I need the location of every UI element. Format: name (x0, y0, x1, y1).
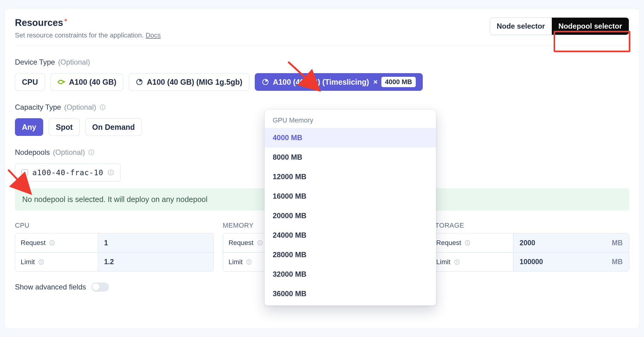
mb-unit: MB (612, 258, 623, 266)
title-text: Resources (15, 17, 63, 28)
gpu-memory-option[interactable]: 16000 MB (265, 186, 436, 206)
svg-point-12 (52, 241, 52, 242)
cpu-column: CPU Request 1 Limit (15, 222, 214, 271)
checkbox-icon[interactable] (21, 169, 28, 176)
gpu-memory-option[interactable]: 8000 MB (265, 147, 436, 167)
advanced-toggle[interactable] (91, 282, 109, 292)
storage-column: STORAGE Request 2000 MB (430, 222, 629, 271)
cpu-limit-value: 1.2 (104, 258, 114, 266)
limit-label-text: Limit (436, 258, 450, 266)
close-icon[interactable]: × (373, 78, 378, 86)
device-type-a100-mig-label: A100 (40 GB) (MIG 1g.5gb) (147, 78, 242, 87)
svg-rect-10 (110, 172, 111, 174)
cpu-title: CPU (15, 222, 214, 229)
storage-request-input[interactable]: 2000 MB (513, 233, 629, 252)
device-type-a100[interactable]: A100 (40 GB) (51, 73, 124, 91)
cpu-request-value: 1 (104, 239, 108, 247)
storage-request-value: 2000 (520, 239, 535, 247)
info-icon[interactable] (257, 239, 263, 246)
mb-unit: MB (612, 239, 623, 247)
nodepools-text: Nodepools (15, 148, 50, 157)
request-label-text: Request (436, 239, 461, 247)
capacity-type-optional: (Optional) (64, 103, 96, 112)
resources-header: Resources * Set resource constraints for… (15, 17, 629, 46)
device-type-optional: (Optional) (58, 58, 90, 66)
limit-label-text: Limit (229, 258, 243, 266)
page-subtitle: Set resource constraints for the applica… (15, 31, 161, 39)
gpu-memory-option[interactable]: 28000 MB (265, 245, 436, 264)
svg-rect-25 (467, 243, 468, 244)
page-title: Resources * (15, 17, 161, 28)
storage-title: STORAGE (430, 222, 629, 229)
svg-rect-13 (52, 243, 52, 244)
advanced-label: Show advanced fields (15, 283, 86, 291)
gpu-memory-dropdown-title: GPU Memory (265, 115, 436, 128)
svg-point-21 (249, 261, 249, 261)
info-icon[interactable] (88, 149, 95, 156)
gpu-fraction-icon (136, 78, 143, 86)
svg-rect-16 (41, 261, 42, 263)
device-type-cpu[interactable]: CPU (15, 73, 45, 91)
gpu-memory-option[interactable]: 4000 MB (265, 128, 436, 147)
selector-toggle: Node selector Nodepool selector (490, 17, 629, 35)
storage-limit-input[interactable]: 100000 MB (513, 253, 629, 271)
storage-request-label: Request (431, 233, 513, 252)
cpu-request-label: Request (15, 233, 98, 252)
subtitle-text: Set resource constraints for the applica… (15, 31, 145, 39)
nvidia-icon (58, 79, 65, 85)
device-type-options: CPU A100 (40 GB) A100 (40 GB) (MIG 1g.5g… (15, 73, 629, 91)
info-icon[interactable] (38, 259, 44, 265)
svg-rect-28 (457, 261, 457, 263)
info-icon[interactable] (246, 259, 252, 265)
gpu-memory-option[interactable]: 32000 MB (265, 264, 436, 284)
storage-request-row: Request 2000 MB (431, 233, 629, 252)
svg-rect-4 (102, 107, 103, 109)
nodepool-name: a100-40-frac-10 (32, 168, 103, 177)
cpu-request-input[interactable]: 1 (98, 233, 213, 252)
cpu-limit-label: Limit (15, 253, 98, 271)
gpu-memory-option[interactable]: 24000 MB (265, 225, 436, 245)
request-label-text: Request (21, 239, 46, 247)
node-selector-tab[interactable]: Node selector (490, 18, 552, 35)
svg-point-27 (457, 261, 457, 261)
svg-rect-19 (260, 243, 260, 244)
gpu-memory-badge[interactable]: 4000 MB (381, 77, 416, 87)
required-asterisk: * (65, 18, 67, 25)
cpu-limit-input[interactable]: 1.2 (98, 253, 213, 271)
capacity-any[interactable]: Any (15, 118, 43, 136)
gpu-fraction-icon (262, 78, 269, 86)
device-type-a100-ts-label: A100 (40 GB) (Timeslicing) (273, 78, 369, 87)
device-type-text: Device Type (15, 58, 55, 66)
info-icon[interactable] (453, 259, 460, 265)
nodepool-selector-tab[interactable]: Nodepool selector (552, 18, 629, 35)
cpu-request-row: Request 1 (15, 233, 213, 252)
capacity-spot[interactable]: Spot (49, 118, 80, 136)
request-label-text: Request (229, 239, 254, 247)
svg-point-6 (91, 151, 92, 152)
gpu-memory-option[interactable]: 20000 MB (265, 206, 436, 225)
toggle-knob (92, 283, 100, 291)
limit-label-text: Limit (21, 258, 35, 266)
info-icon[interactable] (107, 169, 114, 176)
device-type-a100-mig[interactable]: A100 (40 GB) (MIG 1g.5gb) (129, 73, 249, 91)
header-left: Resources * Set resource constraints for… (15, 17, 161, 39)
storage-table: Request 2000 MB Limit (430, 233, 629, 271)
svg-rect-22 (249, 261, 249, 263)
docs-link[interactable]: Docs (145, 31, 161, 39)
gpu-memory-option[interactable]: 36000 MB (265, 284, 436, 303)
device-type-a100-label: A100 (40 GB) (69, 78, 117, 87)
storage-limit-value: 100000 (520, 258, 543, 266)
info-icon[interactable] (99, 104, 106, 111)
nodepools-optional: (Optional) (53, 148, 85, 157)
gpu-memory-option[interactable]: 12000 MB (265, 167, 436, 186)
svg-point-3 (102, 106, 103, 107)
device-type-label: Device Type (Optional) (15, 58, 629, 66)
cpu-limit-row: Limit 1.2 (15, 252, 213, 271)
svg-rect-7 (91, 152, 92, 154)
capacity-on-demand[interactable]: On Demand (85, 118, 142, 136)
info-icon[interactable] (49, 239, 55, 246)
nodepool-option[interactable]: a100-40-frac-10 (15, 163, 121, 182)
info-icon[interactable] (464, 239, 471, 246)
svg-point-18 (259, 241, 260, 242)
device-type-a100-timeslicing[interactable]: A100 (40 GB) (Timeslicing) × 4000 MB (255, 73, 423, 91)
